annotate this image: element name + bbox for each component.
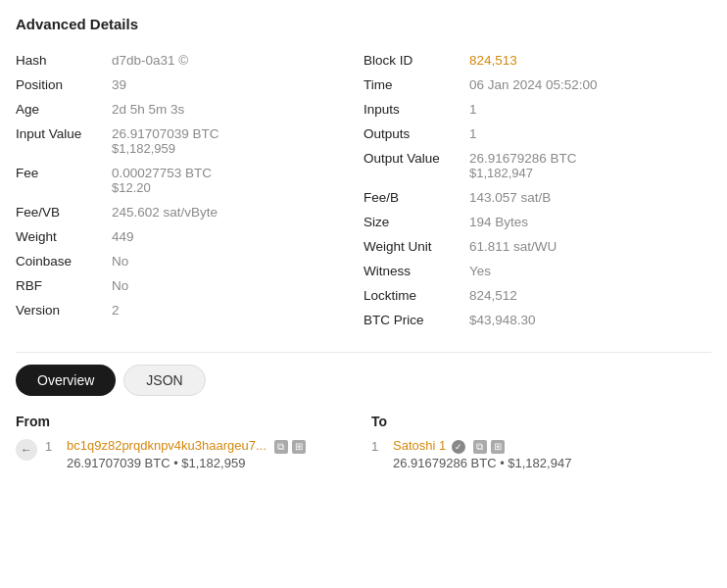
detail-label: Outputs <box>364 126 461 141</box>
link-icon[interactable]: ⊞ <box>292 440 306 454</box>
tx-address-row: bc1q9z82prqdknpv4ku3haargeu7... ⧉ ⊞ <box>67 437 306 454</box>
detail-row: WitnessYes <box>364 259 711 283</box>
detail-value: 1 <box>469 126 477 141</box>
from-amount: 26.91707039 BTC • $1,182,959 <box>67 456 306 470</box>
tx-icons: ⧉ ⊞ <box>274 440 306 454</box>
detail-label: RBF <box>16 278 104 293</box>
detail-value: 2 <box>112 303 120 318</box>
detail-value: 194 Bytes <box>469 215 528 229</box>
tab-overview[interactable]: Overview <box>16 365 116 396</box>
detail-row: Output Value26.91679286 BTC$1,182,947 <box>364 146 711 185</box>
detail-value: 26.91679286 BTC <box>469 151 577 166</box>
detail-row: Outputs1 <box>364 122 711 146</box>
detail-sub-value: $1,182,959 <box>112 141 219 156</box>
from-address[interactable]: bc1q9z82prqdknpv4ku3haargeu7... <box>67 438 267 453</box>
detail-value: d7db-0a31 © <box>112 53 188 68</box>
verified-icon: ✓ <box>452 440 465 454</box>
detail-label: Weight Unit <box>364 239 461 254</box>
from-header: From <box>16 414 356 429</box>
detail-label: BTC Price <box>364 313 461 327</box>
detail-value: 39 <box>112 77 126 92</box>
detail-value: 824,512 <box>469 288 517 303</box>
back-arrow-icon: ← <box>16 439 37 461</box>
detail-value: 06 Jan 2024 05:52:00 <box>469 77 598 92</box>
detail-row: Position39 <box>16 73 364 97</box>
right-details-col: Block ID824,513Time06 Jan 2024 05:52:00I… <box>364 48 711 332</box>
detail-label: Inputs <box>364 102 461 117</box>
to-amount: 26.91679286 BTC • $1,182,947 <box>393 456 571 470</box>
to-address[interactable]: Satoshi 1 <box>393 438 446 453</box>
detail-value: 449 <box>112 229 134 244</box>
copy-icon[interactable]: ⧉ <box>473 440 487 454</box>
detail-value: 143.057 sat/B <box>469 190 551 205</box>
detail-row: Size194 Bytes <box>364 210 711 234</box>
from-tx-row: ← 1 bc1q9z82prqdknpv4ku3haargeu7... ⧉ ⊞ … <box>16 437 356 470</box>
detail-label: Size <box>364 215 461 229</box>
tx-index: 1 <box>371 439 385 454</box>
detail-row: Fee/B143.057 sat/B <box>364 185 711 210</box>
detail-sub-value: $12.20 <box>112 180 212 195</box>
detail-row: Age2d 5h 5m 3s <box>16 97 364 122</box>
to-section: To 1 Satoshi 1 ✓ ⧉ ⊞ 26.91679286 BTC • $… <box>371 414 711 470</box>
detail-row: Time06 Jan 2024 05:52:00 <box>364 73 711 97</box>
detail-sub-value: $1,182,947 <box>469 166 577 180</box>
detail-row: BTC Price$43,948.30 <box>364 308 711 332</box>
tab-json[interactable]: JSON <box>123 365 205 396</box>
detail-value: 2d 5h 5m 3s <box>112 102 184 117</box>
tx-details: bc1q9z82prqdknpv4ku3haargeu7... ⧉ ⊞ 26.9… <box>67 437 306 470</box>
detail-row: Hashd7db-0a31 © <box>16 48 364 73</box>
section-divider <box>16 352 711 353</box>
left-details-col: Hashd7db-0a31 ©Position39Age2d 5h 5m 3sI… <box>16 48 364 332</box>
detail-value: No <box>112 278 128 293</box>
detail-row: Inputs1 <box>364 97 711 122</box>
detail-value: Yes <box>469 264 491 278</box>
tx-details: Satoshi 1 ✓ ⧉ ⊞ 26.91679286 BTC • $1,182… <box>393 437 571 470</box>
detail-label: Fee <box>16 166 104 180</box>
detail-value: 26.91707039 BTC <box>112 126 219 141</box>
tabs-row: OverviewJSON <box>16 365 711 396</box>
detail-label: Coinbase <box>16 254 104 269</box>
to-header: To <box>371 414 711 429</box>
copy-icon[interactable]: ⧉ <box>274 440 288 454</box>
detail-label: Output Value <box>364 151 461 166</box>
detail-label: Fee/B <box>364 190 461 205</box>
detail-value: 61.811 sat/WU <box>469 239 557 254</box>
detail-label: Block ID <box>364 53 461 68</box>
detail-value: 1 <box>469 102 477 117</box>
detail-label: Version <box>16 303 104 318</box>
detail-value: 245.602 sat/vByte <box>112 205 218 220</box>
detail-row: Block ID824,513 <box>364 48 711 73</box>
detail-label: Input Value <box>16 126 104 141</box>
detail-value: No <box>112 254 128 269</box>
from-to-section: From ← 1 bc1q9z82prqdknpv4ku3haargeu7...… <box>16 414 711 470</box>
detail-row: Locktime824,512 <box>364 283 711 308</box>
tx-icons: ⧉ ⊞ <box>473 440 505 454</box>
to-items: 1 Satoshi 1 ✓ ⧉ ⊞ 26.91679286 BTC • $1,1… <box>371 437 711 470</box>
detail-row: Version2 <box>16 298 364 322</box>
detail-row: Input Value26.91707039 BTC$1,182,959 <box>16 122 364 161</box>
detail-row: RBFNo <box>16 273 364 298</box>
detail-label: Weight <box>16 229 104 244</box>
detail-label: Fee/VB <box>16 205 104 220</box>
detail-label: Locktime <box>364 288 461 303</box>
detail-value: $43,948.30 <box>469 313 536 327</box>
detail-label: Position <box>16 77 104 92</box>
detail-row: Weight449 <box>16 224 364 249</box>
detail-label: Hash <box>16 53 104 68</box>
detail-row: Weight Unit61.811 sat/WU <box>364 234 711 259</box>
page-title: Advanced Details <box>16 16 711 32</box>
link-icon[interactable]: ⊞ <box>491 440 505 454</box>
to-tx-row: 1 Satoshi 1 ✓ ⧉ ⊞ 26.91679286 BTC • $1,1… <box>371 437 711 470</box>
detail-row: CoinbaseNo <box>16 249 364 273</box>
from-items: ← 1 bc1q9z82prqdknpv4ku3haargeu7... ⧉ ⊞ … <box>16 437 356 470</box>
detail-value: 0.00027753 BTC <box>112 166 212 180</box>
tx-index: 1 <box>45 439 59 454</box>
detail-row: Fee/VB245.602 sat/vByte <box>16 200 364 224</box>
from-section: From ← 1 bc1q9z82prqdknpv4ku3haargeu7...… <box>16 414 356 470</box>
detail-label: Time <box>364 77 461 92</box>
detail-row: Fee0.00027753 BTC$12.20 <box>16 161 364 200</box>
tx-address-row: Satoshi 1 ✓ ⧉ ⊞ <box>393 437 571 454</box>
detail-label: Witness <box>364 264 461 278</box>
detail-label: Age <box>16 102 104 117</box>
detail-value: 824,513 <box>469 53 517 68</box>
